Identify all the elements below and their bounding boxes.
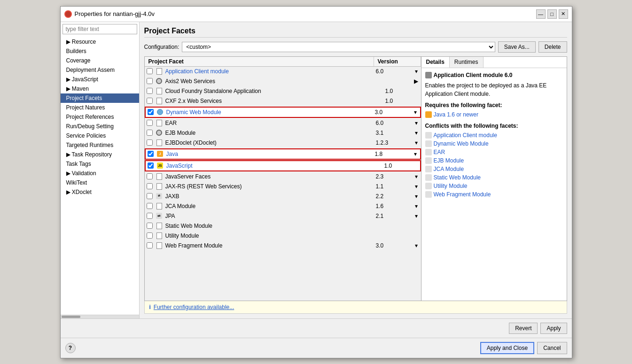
conflict-item: EAR: [425, 148, 563, 156]
save-as-button[interactable]: Save As...: [498, 41, 536, 53]
table-row: EAR6.0▾: [145, 118, 421, 128]
row-dropdown-arrow[interactable]: ▾: [412, 183, 421, 190]
sidebar-item-wikitext[interactable]: WikiText: [61, 178, 139, 187]
apply-close-button[interactable]: Apply and Close: [480, 342, 534, 354]
properties-dialog: Properties for nantian-gjj-4.0v — □ ✕ ▶ …: [60, 6, 572, 358]
config-select[interactable]: <custom>: [182, 42, 495, 52]
row-dropdown-arrow[interactable]: ▾: [412, 242, 421, 249]
row-checkbox[interactable]: [145, 139, 155, 146]
config-row: Configuration: <custom> Save As... Delet…: [144, 41, 567, 53]
row-version: 1.1: [374, 183, 412, 190]
row-icon: [155, 139, 164, 146]
row-dropdown-arrow[interactable]: ▾: [412, 213, 421, 219]
row-checkbox[interactable]: [145, 78, 155, 84]
row-checkbox[interactable]: [145, 203, 155, 209]
row-checkbox[interactable]: [145, 68, 155, 74]
row-dropdown-arrow[interactable]: ▾: [411, 151, 420, 157]
sidebar-item-coverage[interactable]: Coverage: [61, 56, 139, 65]
conflict-item: Static Web Module: [425, 173, 563, 182]
row-checkbox[interactable]: [145, 223, 155, 229]
minimize-button[interactable]: —: [536, 9, 546, 19]
revert-button[interactable]: Revert: [509, 323, 538, 334]
conflict-icon: [425, 157, 432, 164]
sidebar-item-deployment[interactable]: Deployment Assem: [61, 65, 139, 75]
row-name: JAX-RS (REST Web Services): [164, 183, 374, 190]
row-name: EAR: [164, 119, 374, 127]
row-dropdown-arrow[interactable]: ▾: [412, 173, 421, 180]
row-dropdown-arrow[interactable]: ▾: [412, 203, 421, 209]
row-checkbox[interactable]: [145, 130, 155, 136]
conflict-icon: [425, 166, 432, 172]
details-panel: Details Runtimes Application Client modu…: [421, 56, 567, 301]
sidebar-item-resource[interactable]: ▶ Resource: [61, 37, 139, 46]
row-dropdown-arrow[interactable]: ▾: [412, 68, 421, 75]
conflict-item: JCA Module: [425, 165, 563, 173]
sidebar-item-project_facets[interactable]: Project Facets: [61, 93, 139, 103]
sidebar-item-xdoclet[interactable]: ▶ XDoclet: [61, 187, 139, 197]
nav-hscroll[interactable]: [61, 315, 139, 318]
conflict-text: Application Client module: [434, 132, 497, 139]
further-config-link[interactable]: Further configuration available...: [154, 304, 234, 310]
row-checkbox[interactable]: [145, 193, 155, 199]
row-version: [383, 225, 421, 226]
row-name: EJBDoclet (XDoclet): [164, 139, 374, 147]
sidebar-item-project_references[interactable]: Project References: [61, 112, 139, 122]
row-checkbox[interactable]: [145, 213, 155, 219]
sidebar-item-service_policies[interactable]: Service Policies: [61, 131, 139, 140]
row-expand-arrow[interactable]: ▶: [412, 78, 421, 85]
table-row: EJB Module3.1▾: [145, 128, 421, 138]
row-version: 3.0: [374, 242, 412, 249]
dialog-footer: ? Apply and Close Cancel: [61, 338, 572, 358]
restore-button[interactable]: □: [547, 9, 557, 19]
right-panel: Project Facets Configuration: <custom> S…: [140, 22, 572, 318]
filter-input[interactable]: [62, 24, 137, 34]
row-checkbox[interactable]: [146, 163, 156, 169]
row-checkbox[interactable]: [145, 120, 155, 126]
row-dropdown-arrow[interactable]: ▾: [412, 193, 421, 200]
close-button[interactable]: ✕: [559, 9, 568, 19]
row-checkbox[interactable]: [145, 242, 155, 248]
row-checkbox[interactable]: [146, 151, 156, 157]
facets-table: Project Facet Version Application Client…: [144, 56, 421, 301]
sidebar-item-maven[interactable]: ▶ Maven: [61, 84, 139, 93]
sidebar-item-builders[interactable]: Builders: [61, 46, 139, 56]
row-name: JavaScript: [164, 162, 382, 170]
sidebar-item-validation[interactable]: ▶ Validation: [61, 169, 139, 178]
cancel-button[interactable]: Cancel: [537, 342, 567, 354]
row-dropdown-arrow[interactable]: ▾: [412, 130, 421, 136]
row-version: 2.3: [374, 173, 412, 180]
sidebar-item-run_debug[interactable]: Run/Debug Setting: [61, 122, 139, 131]
row-dropdown-arrow[interactable]: ▾: [412, 139, 421, 146]
sidebar-item-project_natures[interactable]: Project Natures: [61, 103, 139, 112]
footer-left: ?: [65, 343, 76, 353]
row-version: [383, 235, 421, 236]
row-checkbox[interactable]: [145, 232, 155, 239]
row-dropdown-arrow[interactable]: ▾: [412, 120, 421, 126]
tab-details[interactable]: Details: [421, 57, 450, 68]
tab-runtimes[interactable]: Runtimes: [450, 57, 484, 68]
sidebar-item-javascript[interactable]: ▶ JavaScript: [61, 75, 139, 84]
requires-icon: [425, 111, 432, 118]
sidebar-item-task_tags[interactable]: Task Tags: [61, 159, 139, 169]
table-header: Project Facet Version: [145, 57, 421, 67]
sidebar-item-targeted_runtimes[interactable]: Targeted Runtimes: [61, 140, 139, 150]
left-panel: ▶ ResourceBuildersCoverageDeployment Ass…: [61, 22, 140, 318]
row-version: 2.1: [374, 212, 412, 220]
row-version: 1.0: [383, 87, 421, 95]
row-icon: [155, 173, 164, 180]
row-checkbox[interactable]: [146, 109, 156, 115]
conflict-item: Utility Module: [425, 182, 563, 190]
row-checkbox[interactable]: [145, 98, 155, 104]
row-icon: ⇄: [155, 213, 164, 219]
row-dropdown-arrow[interactable]: ▾: [411, 109, 420, 116]
table-row: Utility Module: [145, 231, 421, 241]
row-version: 3.1: [374, 129, 412, 137]
help-button[interactable]: ?: [65, 343, 76, 353]
row-checkbox[interactable]: [145, 183, 155, 189]
details-title: Application Client module 6.0: [425, 72, 563, 78]
delete-button[interactable]: Delete: [538, 41, 567, 53]
sidebar-item-task_repository[interactable]: ▶ Task Repository: [61, 150, 139, 159]
apply-button[interactable]: Apply: [540, 323, 567, 334]
row-checkbox[interactable]: [145, 173, 155, 179]
row-checkbox[interactable]: [145, 88, 155, 94]
